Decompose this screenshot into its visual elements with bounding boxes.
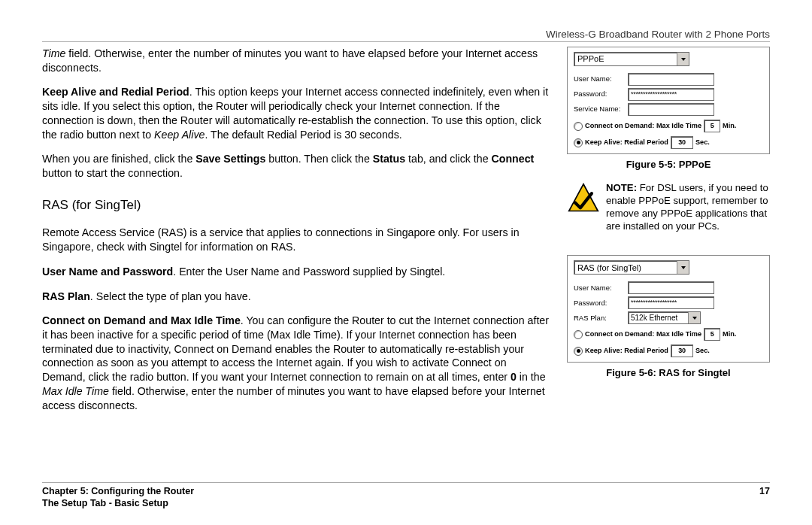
username-input[interactable] [628, 73, 714, 86]
rasplan-label: RAS Plan: [574, 314, 628, 323]
unit-label: Min. [723, 330, 736, 339]
figure-caption: Figure 5-6: RAS for Singtel [567, 367, 770, 380]
text: in the [517, 371, 546, 383]
connection-type-select[interactable]: PPPoE [574, 52, 689, 66]
button-name: Save Settings [195, 153, 265, 165]
field-group-name: User Name and Password [42, 266, 173, 278]
option-name: Connect on Demand and Max Idle Time [42, 314, 241, 326]
password-label: Password: [574, 90, 628, 99]
connect-on-demand-radio[interactable] [574, 330, 583, 339]
connect-on-demand-radio[interactable] [574, 122, 583, 131]
radio-label: Connect on Demand: Max Idle Time [585, 122, 701, 131]
redial-period-input[interactable]: 30 [671, 344, 693, 357]
keep-alive-radio[interactable] [574, 347, 583, 356]
password-label: Password: [574, 299, 628, 308]
main-content: Time field. Otherwise, enter the number … [42, 47, 550, 423]
chevron-down-icon [677, 53, 689, 65]
value: 0 [511, 371, 517, 383]
redial-period-input[interactable]: 30 [671, 136, 693, 149]
paragraph: Keep Alive and Redial Period. This optio… [42, 85, 550, 141]
select-value: 512k Ethernet [631, 313, 677, 323]
text: field. Otherwise, enter the number of mi… [42, 47, 538, 74]
max-idle-time-input[interactable]: 5 [704, 328, 720, 341]
servicename-label: Service Name: [574, 105, 628, 114]
connection-type-select[interactable]: RAS (for SingTel) [574, 260, 689, 275]
text: button to start the connection. [42, 167, 183, 179]
username-label: User Name: [574, 74, 628, 83]
servicename-input[interactable] [628, 103, 714, 116]
paragraph: User Name and Password. Enter the User N… [42, 265, 550, 279]
page-header: Wireless-G Broadband Router with 2 Phone… [42, 29, 770, 42]
chevron-down-icon [688, 312, 700, 323]
text: field. Otherwise, enter the number of mi… [42, 385, 545, 411]
figure-pppoe: PPPoE User Name: Password: *************… [567, 47, 770, 154]
note-prefix: NOTE: [606, 182, 637, 193]
note-box: NOTE: For DSL users, if you need to enab… [567, 182, 770, 233]
text: . Select the type of plan you have. [90, 290, 251, 302]
figure-ras: RAS (for SingTel) User Name: Password: *… [567, 255, 770, 363]
section-title: The Setup Tab - Basic Setup [42, 498, 194, 508]
section-heading-ras: RAS (for SingTel) [42, 197, 550, 214]
chapter-title: Chapter 5: Configuring the Router [42, 486, 194, 496]
text: button. Then click the [265, 153, 373, 165]
figure-caption: Figure 5-5: PPPoE [567, 159, 770, 171]
unit-label: Sec. [695, 347, 710, 356]
username-input[interactable] [628, 281, 714, 294]
username-label: User Name: [574, 284, 628, 293]
page-number: 17 [759, 486, 770, 508]
text: . Enter the User Name and Password suppl… [173, 266, 445, 278]
field-name: Time [42, 47, 65, 59]
chevron-down-icon [677, 261, 689, 274]
paragraph: When you are finished, click the Save Se… [42, 152, 550, 180]
password-input[interactable]: ******************* [628, 296, 714, 309]
svg-marker-0 [569, 184, 598, 211]
paragraph: Time field. Otherwise, enter the number … [42, 47, 550, 74]
option-name: Keep Alive [154, 129, 205, 141]
max-idle-time-input[interactable]: 5 [704, 120, 720, 132]
option-name: Keep Alive and Redial Period [42, 86, 189, 98]
radio-label: Connect on Demand: Max Idle Time [585, 330, 701, 339]
radio-label: Keep Alive: Redial Period [585, 347, 668, 356]
page-footer: Chapter 5: Configuring the Router The Se… [42, 482, 770, 508]
unit-label: Sec. [695, 138, 710, 147]
field-name: Max Idle Time [42, 385, 109, 397]
text: tab, and click the [405, 153, 491, 165]
button-name: Connect [492, 153, 535, 165]
warning-check-icon [567, 182, 600, 215]
paragraph: Connect on Demand and Max Idle Time. You… [42, 314, 550, 412]
field-name: RAS Plan [42, 290, 90, 302]
unit-label: Min. [723, 122, 736, 131]
paragraph: RAS Plan. Select the type of plan you ha… [42, 290, 550, 304]
rasplan-select[interactable]: 512k Ethernet [628, 311, 701, 324]
password-input[interactable]: ******************* [628, 88, 714, 101]
paragraph: Remote Access Service (RAS) is a service… [42, 226, 550, 253]
radio-label: Keep Alive: Redial Period [585, 138, 668, 147]
text: . The default Redial Period is 30 second… [205, 129, 401, 141]
keep-alive-radio[interactable] [574, 138, 583, 147]
text: When you are finished, click the [42, 153, 195, 165]
select-value: RAS (for SingTel) [577, 262, 641, 273]
tab-name: Status [373, 153, 405, 165]
select-value: PPPoE [577, 53, 604, 64]
